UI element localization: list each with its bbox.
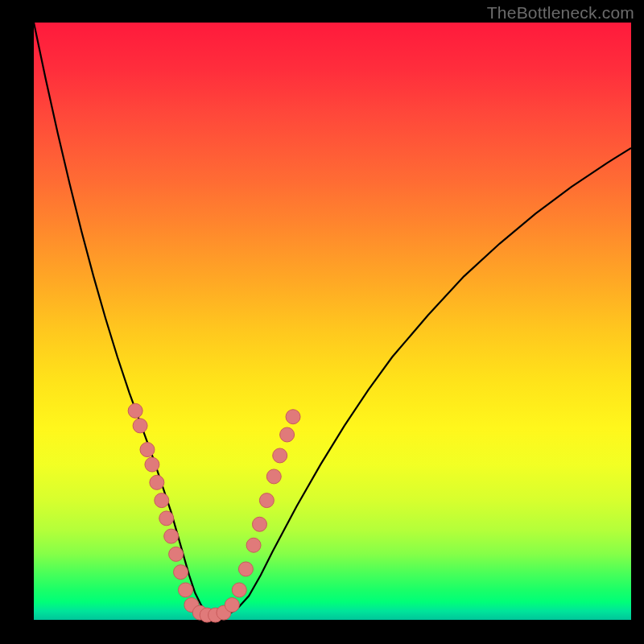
data-marker (169, 547, 184, 561)
data-marker (155, 493, 169, 508)
chart-root: TheBottleneck.com (0, 0, 644, 644)
data-marker (174, 565, 188, 580)
data-marker (178, 583, 192, 597)
data-marker (232, 583, 246, 597)
data-marker (273, 448, 287, 463)
plot-area (34, 23, 631, 620)
watermark-text: TheBottleneck.com (487, 3, 634, 23)
data-marker (252, 517, 266, 531)
data-marker (259, 493, 274, 508)
data-marker (133, 419, 147, 433)
data-marker (140, 443, 155, 457)
data-marker (150, 475, 164, 489)
data-marker (145, 457, 159, 472)
data-marker (164, 529, 179, 543)
data-marker (280, 427, 295, 442)
data-marker (159, 511, 174, 526)
data-marker (238, 562, 253, 576)
data-marker (225, 597, 239, 612)
bottleneck-curve (34, 23, 631, 617)
data-marker (246, 538, 261, 552)
data-marker (266, 469, 281, 484)
curve-layer (34, 23, 631, 620)
data-marker (128, 403, 142, 418)
marker-group (128, 403, 300, 622)
data-marker (286, 410, 300, 424)
